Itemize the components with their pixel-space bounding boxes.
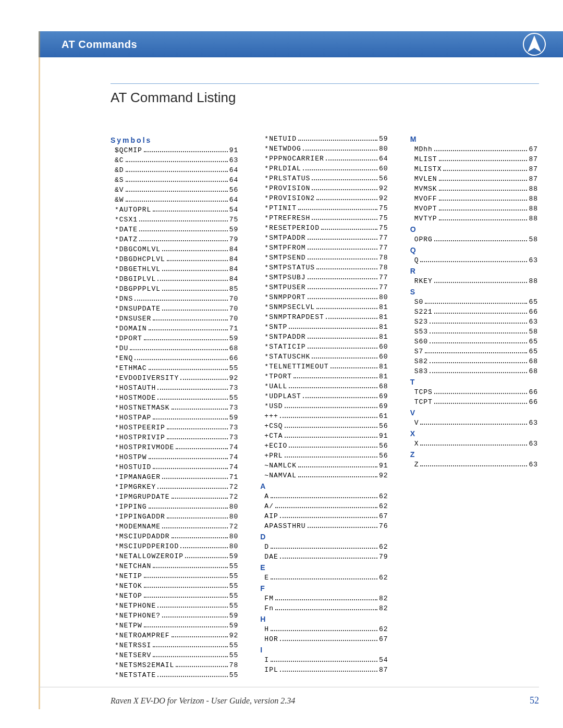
index-entry[interactable]: *NETROAMPREF92	[115, 631, 238, 640]
index-entry[interactable]: *STATUSCHK60	[264, 352, 388, 362]
index-entry[interactable]: *NETSMS2EMAIL78	[115, 661, 238, 670]
index-entry[interactable]: *IPPING80	[115, 502, 238, 512]
index-entry[interactable]: &S64	[115, 176, 238, 185]
index-entry[interactable]: MDhh67	[414, 145, 538, 154]
index-entry[interactable]: AIP67	[264, 512, 388, 521]
index-entry[interactable]: A/62	[264, 502, 388, 511]
index-entry[interactable]: *HOSTNETMASK73	[115, 403, 238, 413]
index-entry[interactable]: *DNSUSER70	[115, 314, 238, 324]
index-entry[interactable]: ~NAMLCK91	[264, 461, 388, 471]
index-entry[interactable]: TCPT66	[414, 398, 538, 407]
index-entry[interactable]: *SMTPSEND78	[264, 253, 388, 263]
index-entry[interactable]: S765	[414, 347, 538, 356]
index-entry[interactable]: I54	[264, 656, 388, 665]
index-entry[interactable]: *SNMPTRAPDEST81	[264, 313, 388, 322]
index-entry[interactable]: *IPMGRUPDATE72	[115, 492, 238, 502]
index-entry[interactable]: *NETPHONE?59	[115, 611, 238, 621]
index-entry[interactable]: *SMTPSUBJ77	[264, 273, 388, 282]
index-entry[interactable]: *SNTPADDR81	[264, 332, 388, 342]
index-entry[interactable]: *EVDODIVERSITY92	[115, 374, 238, 383]
index-entry[interactable]: MVOFF88	[414, 194, 538, 204]
index-entry[interactable]: *DATZ79	[115, 235, 238, 244]
index-entry[interactable]: *SMTPADDR77	[264, 233, 388, 243]
index-entry[interactable]: *HOSTMODE55	[115, 393, 238, 403]
index-entry[interactable]: $QCMIP91	[115, 146, 238, 155]
index-entry[interactable]: +PRL56	[264, 451, 388, 461]
index-entry[interactable]: OPRG58	[414, 235, 538, 244]
index-entry[interactable]: *NETOP55	[115, 591, 238, 601]
index-entry[interactable]: *HOSTPAP59	[115, 413, 238, 423]
index-entry[interactable]: DAE79	[264, 552, 388, 562]
index-entry[interactable]: *DBGDHCPLVL84	[115, 255, 238, 264]
index-entry[interactable]: X63	[414, 439, 538, 449]
index-entry[interactable]: *STATICIP60	[264, 342, 388, 352]
index-entry[interactable]: S6065	[414, 337, 538, 347]
index-entry[interactable]: *PRLSTATUS56	[264, 174, 388, 183]
index-entry[interactable]: *NETSERV55	[115, 651, 238, 660]
index-entry[interactable]: +CTA91	[264, 431, 388, 441]
index-entry[interactable]: *SNMPPORT80	[264, 293, 388, 302]
index-entry[interactable]: *PRLDIAL60	[264, 164, 388, 174]
index-entry[interactable]: *SMTPUSER77	[264, 283, 388, 292]
index-entry[interactable]: *IPPINGADDR80	[115, 512, 238, 522]
index-entry[interactable]: MVMSK88	[414, 184, 538, 194]
index-entry[interactable]: *SNMPSECLVL81	[264, 303, 388, 312]
index-entry[interactable]: *NETRSSI55	[115, 641, 238, 650]
index-entry[interactable]: Q63	[414, 256, 538, 265]
index-entry[interactable]: S2363	[414, 317, 538, 327]
index-entry[interactable]: *HOSTAUTH73	[115, 384, 238, 393]
index-entry[interactable]: *DNS70	[115, 294, 238, 304]
index-entry[interactable]: *PTREFRESH75	[264, 214, 388, 223]
index-entry[interactable]: &C63	[115, 156, 238, 165]
index-entry[interactable]: *NETOK55	[115, 582, 238, 591]
index-entry[interactable]: *NETIP55	[115, 572, 238, 581]
index-entry[interactable]: *NETPHONE55	[115, 601, 238, 611]
index-entry[interactable]: *HOSTPEERIP73	[115, 423, 238, 433]
index-entry[interactable]: *HOSTPRIVIP73	[115, 433, 238, 442]
index-entry[interactable]: *IPMANAGER71	[115, 473, 238, 482]
index-entry[interactable]: *DATE59	[115, 225, 238, 235]
index-entry[interactable]: &V56	[115, 186, 238, 195]
index-entry[interactable]: +CSQ56	[264, 422, 388, 431]
index-entry[interactable]: *NETSTATE55	[115, 671, 238, 680]
index-entry[interactable]: *CSX175	[115, 215, 238, 225]
index-entry[interactable]: *NETWDOG80	[264, 144, 388, 154]
index-entry[interactable]: *DBGPPPLVL85	[115, 285, 238, 294]
index-entry[interactable]: RKEY88	[414, 277, 538, 286]
index-entry[interactable]: S065	[414, 298, 538, 307]
index-entry[interactable]: *DNSUPDATE70	[115, 304, 238, 314]
index-entry[interactable]: S8368	[414, 367, 538, 376]
index-entry[interactable]: TCPS66	[414, 388, 538, 397]
index-entry[interactable]: *SMTPSTATUS78	[264, 263, 388, 273]
index-entry[interactable]: *SMTPFROM77	[264, 243, 388, 253]
index-entry[interactable]: MVTYP88	[414, 214, 538, 224]
index-entry[interactable]: *NETALLOWZEROIP59	[115, 552, 238, 561]
index-entry[interactable]: D62	[264, 542, 388, 552]
index-entry[interactable]: *MODEMNAME72	[115, 522, 238, 532]
index-entry[interactable]: *DBGCOMLVL84	[115, 245, 238, 254]
index-entry[interactable]: IPL87	[264, 665, 388, 675]
index-entry[interactable]: &W64	[115, 195, 238, 205]
index-entry[interactable]: *TPORT81	[264, 372, 388, 381]
index-entry[interactable]: Z63	[414, 460, 538, 470]
index-entry[interactable]: Fn82	[264, 604, 388, 613]
index-entry[interactable]: &D64	[115, 166, 238, 175]
index-entry[interactable]: HOR67	[264, 635, 388, 644]
index-entry[interactable]: E62	[264, 573, 388, 583]
index-entry[interactable]: A62	[264, 492, 388, 501]
index-entry[interactable]: APASSTHRU76	[264, 522, 388, 531]
index-entry[interactable]: *DBGIPLVL84	[115, 275, 238, 284]
index-entry[interactable]: *TELNETTIMEOUT81	[264, 362, 388, 372]
index-entry[interactable]: +ECIO56	[264, 441, 388, 451]
index-entry[interactable]: +++61	[264, 412, 388, 421]
index-entry[interactable]: *DOMAIN71	[115, 324, 238, 334]
index-entry[interactable]: *NETCHAN55	[115, 562, 238, 571]
index-entry[interactable]: MVOPT88	[414, 204, 538, 214]
index-entry[interactable]: *RESETPERIOD75	[264, 224, 388, 233]
index-entry[interactable]: V63	[414, 418, 538, 428]
index-entry[interactable]: *NETPW59	[115, 621, 238, 631]
index-entry[interactable]: *HOSTUID74	[115, 463, 238, 472]
index-entry[interactable]: *IPMGRKEY72	[115, 483, 238, 492]
index-entry[interactable]: *DU68	[115, 344, 238, 353]
index-entry[interactable]: *HOSTPRIVMODE74	[115, 443, 238, 452]
